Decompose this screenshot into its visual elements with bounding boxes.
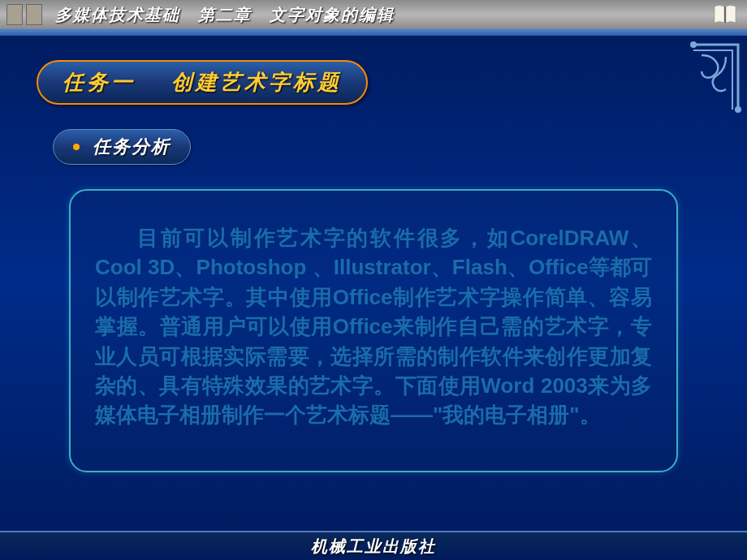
header-icon-1 — [6, 4, 23, 25]
header-title: 多媒体技术基础 第二章 文字对象的编辑 — [55, 4, 395, 26]
header-book-icon — [713, 3, 737, 24]
corner-ornament — [685, 41, 742, 114]
task-title-pill: 任务一 创建艺术字标题 — [37, 60, 368, 105]
svg-point-2 — [735, 106, 741, 113]
publisher-label: 机械工业出版社 — [311, 536, 436, 558]
content-area: 任务一 创建艺术字标题 任务分析 目前可以制作艺术字的软件很多，如CorelDR… — [0, 36, 747, 472]
subtask-pill: 任务分析 — [53, 129, 191, 165]
header-bar: 多媒体技术基础 第二章 文字对象的编辑 — [0, 0, 747, 31]
bullet-icon — [73, 144, 80, 150]
svg-point-1 — [690, 41, 697, 48]
body-paragraph: 目前可以制作艺术字的软件很多，如CorelDRAW、Cool 3D、Photos… — [95, 223, 652, 430]
header-icon-2 — [26, 4, 42, 25]
header-icon-group — [6, 4, 42, 25]
task-name: 创建艺术字标题 — [171, 70, 342, 94]
task-number: 任务一 — [63, 70, 136, 94]
subtask-label: 任务分析 — [93, 135, 171, 159]
body-text-box: 目前可以制作艺术字的软件很多，如CorelDRAW、Cool 3D、Photos… — [69, 189, 678, 472]
svg-rect-0 — [724, 6, 726, 23]
footer-bar: 机械工业出版社 — [0, 531, 747, 560]
open-book-icon — [713, 3, 737, 24]
